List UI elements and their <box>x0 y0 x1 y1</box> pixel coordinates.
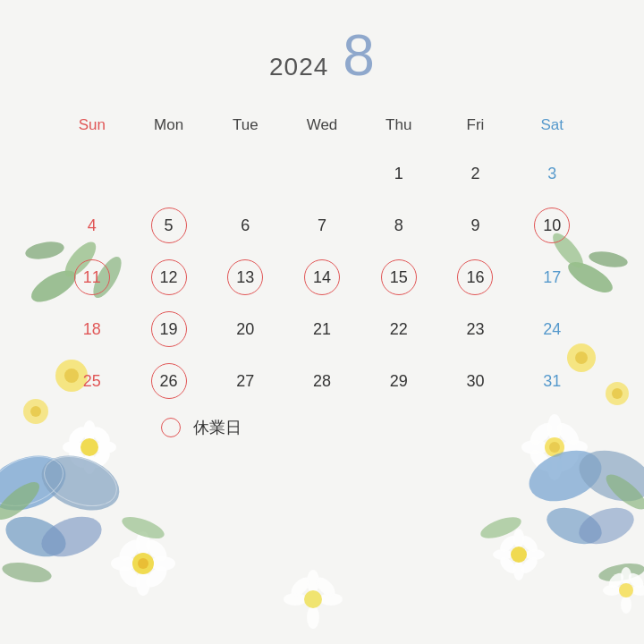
svg-point-31 <box>132 553 154 574</box>
day-number-14: 14 <box>304 259 340 295</box>
day-cell-28[interactable]: 28 <box>284 358 360 404</box>
svg-point-57 <box>513 529 524 548</box>
svg-point-59 <box>493 549 513 560</box>
day-cell-12[interactable]: 12 <box>131 254 208 301</box>
day-number-28: 28 <box>304 363 340 399</box>
svg-point-49 <box>527 446 556 476</box>
svg-point-78 <box>284 593 307 606</box>
legend-label: 休業日 <box>193 417 242 438</box>
day-cell-27[interactable]: 27 <box>207 358 284 404</box>
svg-point-24 <box>136 571 150 596</box>
day-cell-8[interactable]: 8 <box>360 202 437 249</box>
day-cell-7[interactable]: 7 <box>284 202 360 249</box>
day-number-26: 26 <box>151 363 187 399</box>
svg-point-61 <box>497 533 519 555</box>
weekday-header-sat: Sat <box>513 109 590 145</box>
day-number-18: 18 <box>74 311 110 347</box>
svg-point-50 <box>554 446 583 476</box>
day-cell-25[interactable]: 25 <box>54 358 131 404</box>
day-cell-18[interactable]: 18 <box>54 306 131 352</box>
svg-point-29 <box>115 563 143 590</box>
svg-point-79 <box>319 593 343 606</box>
svg-point-56 <box>574 501 639 551</box>
day-cell-20[interactable]: 20 <box>207 306 284 352</box>
legend: 休業日 <box>161 417 590 438</box>
svg-point-76 <box>307 570 319 593</box>
day-cell-16[interactable]: 16 <box>437 254 514 301</box>
svg-point-38 <box>588 249 629 269</box>
svg-point-82 <box>304 590 322 608</box>
day-cell-14[interactable]: 14 <box>284 254 360 301</box>
svg-point-15 <box>89 447 114 471</box>
day-cell-15[interactable]: 15 <box>360 254 437 301</box>
calendar-year: 2024 <box>269 53 328 81</box>
svg-point-6 <box>23 399 48 424</box>
svg-point-58 <box>513 561 524 580</box>
day-cell-21[interactable]: 21 <box>284 306 360 352</box>
svg-point-42 <box>612 388 623 399</box>
svg-point-16 <box>80 438 98 456</box>
svg-point-14 <box>66 447 90 471</box>
day-number-30: 30 <box>457 363 493 399</box>
day-number-13: 13 <box>227 259 263 295</box>
svg-point-7 <box>30 406 41 417</box>
day-number-22: 22 <box>381 311 417 347</box>
calendar-header: 2024 8 <box>54 27 590 84</box>
day-cell-empty <box>131 150 208 197</box>
day-number-20: 20 <box>227 311 263 347</box>
day-cell-9[interactable]: 9 <box>437 202 514 249</box>
day-cell-4[interactable]: 4 <box>54 202 131 249</box>
svg-point-44 <box>547 453 562 480</box>
day-number-6: 6 <box>227 208 263 243</box>
svg-point-63 <box>497 555 519 576</box>
day-cell-empty <box>284 150 360 197</box>
svg-point-35 <box>1 559 54 585</box>
day-number-11: 11 <box>74 259 110 295</box>
calendar-container: 2024 8 Sun Mon Tue Wed Thu Fri Sat 12345… <box>0 0 644 644</box>
day-number-8: 8 <box>381 208 417 243</box>
svg-point-52 <box>549 442 560 453</box>
day-cell-22[interactable]: 22 <box>360 306 437 352</box>
day-cell-17[interactable]: 17 <box>513 254 590 301</box>
calendar-content: 2024 8 Sun Mon Tue Wed Thu Fri Sat 12345… <box>54 27 590 438</box>
svg-point-10 <box>63 441 84 453</box>
svg-point-74 <box>626 571 644 591</box>
weekday-header-wed: Wed <box>284 109 360 145</box>
day-cell-3[interactable]: 3 <box>513 150 590 197</box>
day-cell-10[interactable]: 10 <box>513 202 590 249</box>
day-cell-24[interactable]: 24 <box>513 306 590 352</box>
svg-point-81 <box>313 574 338 599</box>
day-cell-19[interactable]: 19 <box>131 306 208 352</box>
svg-point-21 <box>0 447 70 515</box>
day-cell-2[interactable]: 2 <box>437 150 514 197</box>
day-cell-29[interactable]: 29 <box>360 358 437 404</box>
day-cell-6[interactable]: 6 <box>207 202 284 249</box>
day-number-3: 3 <box>534 156 570 191</box>
day-number-29: 29 <box>381 363 417 399</box>
svg-point-46 <box>561 440 588 454</box>
svg-point-27 <box>115 536 143 564</box>
svg-point-64 <box>519 555 540 576</box>
day-number-15: 15 <box>381 259 417 295</box>
calendar-grid: Sun Mon Tue Wed Thu Fri Sat 123456789101… <box>54 109 590 404</box>
day-cell-30[interactable]: 30 <box>437 358 514 404</box>
day-number-31: 31 <box>534 363 570 399</box>
svg-point-33 <box>0 476 45 525</box>
svg-point-65 <box>511 547 527 563</box>
day-number-24: 24 <box>534 311 570 347</box>
day-cell-11[interactable]: 11 <box>54 254 131 301</box>
day-number-19: 19 <box>151 311 187 347</box>
day-cell-26[interactable]: 26 <box>131 358 208 404</box>
day-number-17: 17 <box>534 259 570 295</box>
day-number-4: 4 <box>74 208 110 243</box>
day-cell-5[interactable]: 5 <box>131 202 208 249</box>
day-cell-23[interactable]: 23 <box>437 306 514 352</box>
svg-point-22 <box>38 447 123 515</box>
day-cell-31[interactable]: 31 <box>513 358 590 404</box>
day-cell-1[interactable]: 1 <box>360 150 437 197</box>
day-number-12: 12 <box>151 259 187 295</box>
svg-point-53 <box>522 441 609 511</box>
svg-point-41 <box>606 382 629 405</box>
svg-point-67 <box>478 513 523 542</box>
day-cell-13[interactable]: 13 <box>207 254 284 301</box>
